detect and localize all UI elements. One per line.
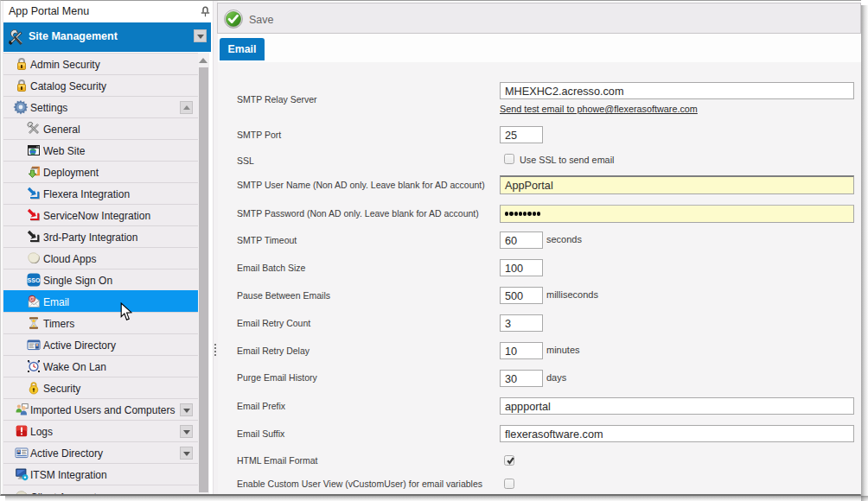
svg-text:SSO: SSO: [28, 277, 41, 283]
svg-text:@: @: [29, 295, 35, 301]
